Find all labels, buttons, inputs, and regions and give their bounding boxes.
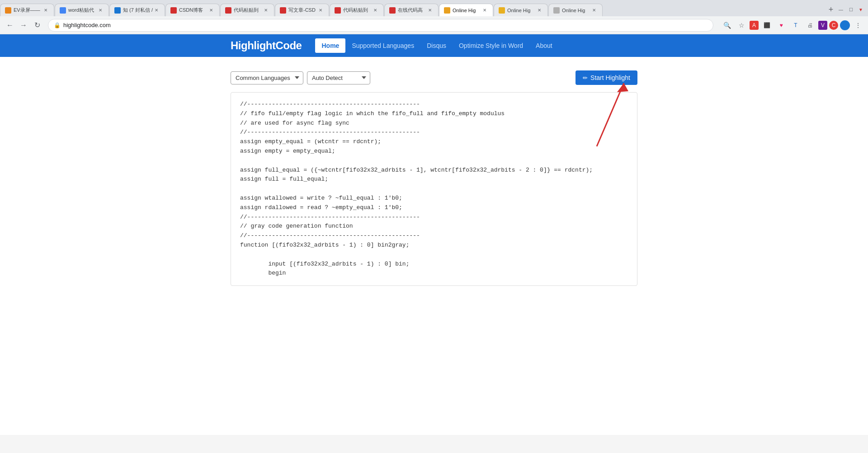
address-bar[interactable]: 🔒 highlightcode.com [48,19,713,32]
controls-left: Common Languages Auto Detect [231,71,370,84]
ext-icon-6[interactable]: V [818,21,827,30]
browser-tab-9[interactable]: Online Hig✕ [494,4,548,16]
page-content: HighlightCode HomeSupported LanguagesDis… [0,34,868,435]
main-area: Common Languages Auto Detect ✏ Start Hig… [231,57,637,299]
nav-link-2[interactable]: Disqus [420,38,453,53]
browser-tab-6[interactable]: 代码粘贴到✕ [330,4,384,16]
navbar: HighlightCode HomeSupported LanguagesDis… [0,34,868,57]
lock-icon: 🔒 [54,22,61,28]
brand-logo[interactable]: HighlightCode [231,39,302,52]
code-line: function [(fifo32x32_adrbits - 1) : 0] b… [240,241,628,250]
code-line: assign full_equal = ({~wtcntr[fifo32x32_… [240,166,628,175]
start-highlight-button[interactable]: ✏ Start Highlight [576,70,637,85]
browser-tab-8[interactable]: Online Hig✕ [439,4,493,16]
code-editor[interactable]: //--------------------------------------… [231,92,637,286]
code-line [240,250,628,260]
nav-link-0[interactable]: Home [315,38,345,53]
code-line: //--------------------------------------… [240,100,628,109]
nav-links: HomeSupported LanguagesDisqusOptimize St… [315,38,558,53]
code-line: //--------------------------------------… [240,231,628,241]
refresh-button[interactable]: ↻ [31,19,43,32]
browser-chrome: EV录屏——✕word粘贴代✕知 (7 封私信 /✕CSDN博客✕代码粘贴到✕写… [0,0,868,34]
code-line: input [(fifo32x32_adrbits - 1) : 0] bin; [240,260,628,269]
code-line: assign wtallowed = write ? ~full_equal :… [240,194,628,203]
search-icon[interactable]: 🔍 [721,19,733,32]
code-line [240,156,628,166]
ext-icon-4[interactable]: T [789,19,802,32]
window-controls: — ☐ ▼ [837,6,868,13]
forward-button[interactable]: → [17,19,30,32]
language-category-dropdown[interactable]: Common Languages [231,71,303,84]
code-line: // gray code generation function [240,222,628,231]
code-line: //--------------------------------------… [240,128,628,137]
browser-tab-7[interactable]: 在线代码高✕ [384,4,439,16]
language-select-dropdown[interactable]: Auto Detect [307,71,370,84]
tab-bar: EV录屏——✕word粘贴代✕知 (7 封私信 /✕CSDN博客✕代码粘贴到✕写… [0,0,868,16]
browser-nav-bar: ← → ↻ 🔒 highlightcode.com 🔍 ☆ A ⬛ ♥ T 🖨 … [0,16,868,34]
address-text: highlightcode.com [63,22,111,28]
back-button[interactable]: ← [4,19,16,32]
code-line: // fifo full/empty flag logic in which t… [240,109,628,119]
maximize-button[interactable]: ☐ [847,6,854,13]
browser-tab-0[interactable]: EV录屏——✕ [0,4,54,16]
code-line: // are used for async flag sync [240,119,628,128]
nav-link-4[interactable]: About [529,38,559,53]
code-line: begin [240,269,628,278]
controls-row: Common Languages Auto Detect ✏ Start Hig… [231,70,637,85]
menu-icon[interactable]: ⋮ [852,19,864,32]
code-line: assign empty_equal = (wtcntr == rdcntr); [240,137,628,147]
code-line: assign empty = empty_equal; [240,147,628,156]
minimize-button[interactable]: — [837,6,844,13]
code-line: //--------------------------------------… [240,213,628,222]
new-tab-button[interactable]: + [825,3,837,16]
toolbar-icons: 🔍 ☆ A ⬛ ♥ T 🖨 V C 👤 ⋮ [721,19,864,32]
pencil-icon: ✏ [583,75,588,81]
code-line: assign full = full_equal; [240,175,628,184]
ext-icon-5[interactable]: 🖨 [804,19,816,32]
start-highlight-label: Start Highlight [590,74,630,81]
browser-tab-10[interactable]: Online Hig✕ [548,4,603,16]
browser-tab-2[interactable]: 知 (7 封私信 /✕ [109,4,165,16]
nav-link-1[interactable]: Supported Languages [345,38,420,53]
star-icon[interactable]: ☆ [735,19,748,32]
close-button[interactable]: ▼ [857,6,864,13]
browser-tab-1[interactable]: word粘贴代✕ [55,4,109,16]
browser-tab-4[interactable]: 代码粘贴到✕ [220,4,274,16]
code-line: assign rdallowed = read ? ~empty_equal :… [240,203,628,213]
ext-icon-3[interactable]: ♥ [775,19,788,32]
code-line [240,184,628,194]
profile-icon[interactable]: 👤 [840,20,850,30]
browser-tab-3[interactable]: CSDN博客✕ [165,4,220,16]
ext-icon-7[interactable]: C [829,21,838,30]
ext-icon-1[interactable]: A [750,21,759,30]
nav-link-3[interactable]: Optimize Style in Word [453,38,529,53]
ext-icon-2[interactable]: ⬛ [760,19,773,32]
browser-tab-5[interactable]: 写文章-CSD✕ [275,4,329,16]
